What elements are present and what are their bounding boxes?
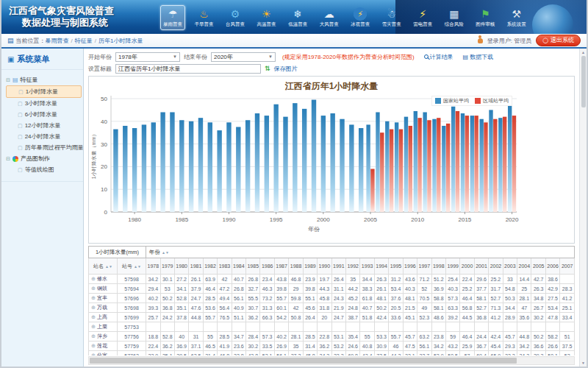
table-year-col-2002[interactable]: 2002 [489,258,503,275]
expand-icon[interactable]: ⊕ [91,305,96,310]
table-year-col-2000[interactable]: 2000 [460,258,474,275]
table-year-col-1999[interactable]: 1999 [445,258,459,275]
table-year-col-2003[interactable]: 2003 [503,258,517,275]
toolbar-item-2[interactable]: ♨干旱普查 [192,5,217,30]
sidebar-item-12小时降水量[interactable]: ▢12小时降水量 [6,120,82,131]
table-year-col-1991[interactable]: 1991 [331,258,345,275]
legend-item[interactable]: 区域站平均 [475,97,509,105]
expand-icon[interactable]: ⊕ [91,333,96,339]
sort-icon[interactable]: ▲▼ [162,250,169,255]
sidebar-item-6小时降水量[interactable]: ▢6小时降水量 [6,109,82,120]
value-cell: 40.7 [360,303,374,313]
sidebar-item-等值线绘图[interactable]: ▢等值线绘图 [6,164,82,175]
horizontal-scrollbar[interactable] [88,356,575,365]
station-name-cell[interactable]: ⊕上栗 [89,322,118,332]
sidebar-item-历年暴雨过程平均雨量[interactable]: ▢历年暴雨过程平均雨量 [6,142,82,153]
breadcrumb-link[interactable]: 特征量 [75,38,93,44]
toolbar-item-4[interactable]: ☀高温普查 [254,5,279,30]
save-image-button[interactable]: 保存图片 [274,65,298,73]
expand-icon[interactable]: ⊕ [91,343,96,348]
toolbar-item-11[interactable]: ⚑图件审核 [473,5,498,30]
start-year-select[interactable]: 1978年 ▼ [115,52,180,62]
toolbar-item-3[interactable]: ⚙台风普查 [223,5,248,30]
value-cell: 45.8 [303,351,317,356]
sidebar-item-3小时降水量[interactable]: ▢3小时降水量 [6,98,82,109]
data-download-button[interactable]: ▤ 数据下载 [463,53,494,61]
breadcrumb-link[interactable]: 历年1小时降水量 [98,38,143,44]
expand-icon[interactable]: ⊕ [91,276,96,281]
table-year-col-1988[interactable]: 1988 [289,258,303,275]
table-year-col-1995[interactable]: 1995 [389,258,403,275]
station-name-cell[interactable]: ⊕莲花 [89,342,118,351]
table-year-col-1980[interactable]: 1980 [174,258,188,275]
calc-result-button[interactable]: 计算结果 [424,53,453,61]
toolbar-item-12[interactable]: ⚒系统设置 [504,5,529,30]
sort-icon[interactable]: ▲▼ [105,264,112,269]
value-cell: 35 [289,342,303,351]
expand-icon[interactable]: ⊕ [91,353,96,355]
chart-title-input[interactable] [115,64,261,74]
table-year-col-1998[interactable]: 1998 [431,258,445,275]
table-year-col-1983[interactable]: 1983 [218,258,232,275]
table-year-col-2001[interactable]: 2001 [474,258,488,275]
breadcrumb-link[interactable]: 暴雨普查 [46,38,69,44]
table-year-col-2005[interactable]: 2005 [531,258,545,275]
table-col-station-header[interactable]: 站名▲▼ [89,258,118,275]
expand-icon[interactable]: ⊕ [91,286,96,291]
value-cell: 22.4 [146,342,160,351]
table-year-col-1992[interactable]: 1992 [346,258,360,275]
table-col-id-header[interactable]: 站号▲▼ [118,258,146,275]
toolbar-item-8[interactable]: ☃雪灾普查 [379,5,404,30]
table-year-col-1990[interactable]: 1990 [318,258,331,275]
tree-collapse-icon[interactable]: ⊟ [6,77,10,83]
toolbar-item-5[interactable]: ❄低温普查 [285,5,310,30]
expand-icon[interactable]: ⊕ [91,295,96,300]
tree-collapse-icon[interactable]: ⊟ [6,156,10,162]
table-year-col-1993[interactable]: 1993 [360,258,374,275]
station-name-cell[interactable]: ⊕万载 [89,303,118,313]
sidebar-group-1[interactable]: ⊟▤特征量 [6,74,82,85]
table-year-col-1996[interactable]: 1996 [403,258,417,275]
table-year-col-1978[interactable]: 1978 [146,258,160,275]
legend-item[interactable]: 国家站平均 [435,97,469,105]
table-year-col-1979[interactable]: 1979 [160,258,174,275]
value-cell: 50.3 [503,294,517,303]
vertical-scrollbar[interactable]: ▲ ▼ [579,49,587,367]
sidebar-group-2[interactable]: ⊟产品图制作 [6,153,82,164]
expand-icon[interactable]: ⊕ [91,324,96,329]
table-year-col-1994[interactable]: 1994 [374,258,388,275]
scroll-down-icon[interactable]: ▼ [581,359,585,367]
table-year-col-1985[interactable]: 1985 [246,258,260,275]
sort-icon[interactable]: ▲▼ [134,264,141,269]
table-year-col-1986[interactable]: 1986 [260,258,274,275]
station-name-cell[interactable]: ⊕上高 [89,313,118,322]
table-year-col-2006[interactable]: 2006 [545,258,559,275]
table-year-col-1997[interactable]: 1997 [417,258,431,275]
sidebar-item-1小时降水量[interactable]: ▢1小时降水量 [6,85,82,98]
toolbar-item-9[interactable]: ⚡雷电普查 [410,5,435,30]
table-year-col-1982[interactable]: 1982 [203,258,217,275]
end-year-select[interactable]: 2020年 ▼ [211,52,276,62]
table-year-header[interactable]: 年份▲▼ [146,247,575,258]
station-name-cell[interactable]: ⊕萍乡 [89,332,118,342]
table-year-col-1984[interactable]: 1984 [232,258,245,275]
expand-icon[interactable]: ⊕ [91,314,96,319]
station-name-cell[interactable]: ⊕铜鼓 [89,284,118,294]
table-year-col-2007[interactable]: 2007 [560,258,575,275]
station-name-cell[interactable]: ⊕修水 [89,275,118,284]
toolbar-item-1[interactable]: ☂暴雨普查 [160,5,185,30]
logout-button[interactable]: ◯ 退出系统 [536,35,581,46]
vertical-scrollbar-thumb[interactable] [581,56,586,107]
toolbar-item-10[interactable]: ▦综合风险 [442,5,467,30]
table-year-col-1981[interactable]: 1981 [189,258,203,275]
table-year-col-2004[interactable]: 2004 [517,258,531,275]
toolbar-item-7[interactable]: ⚡冰雹普查 [348,5,373,30]
table-year-col-1989[interactable]: 1989 [303,258,317,275]
table-year-col-1987[interactable]: 1987 [274,258,288,275]
horizontal-scrollbar-thumb[interactable] [90,358,517,364]
station-name-cell[interactable]: ⊕分宜 [89,351,118,356]
scroll-up-icon[interactable]: ▲ [581,49,585,56]
toolbar-item-6[interactable]: ☁大风普查 [317,5,342,30]
sidebar-item-24小时降水量[interactable]: ▢24小时降水量 [6,131,82,142]
station-name-cell[interactable]: ⊕宜丰 [89,294,118,303]
